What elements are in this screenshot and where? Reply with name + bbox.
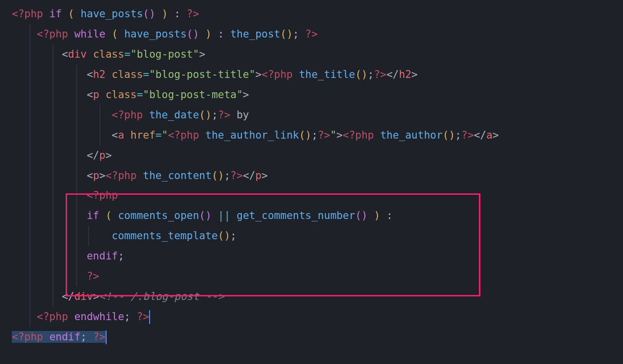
attr-class: class (106, 89, 137, 101)
php-close-tag: ?> (137, 311, 149, 323)
php-close-tag: ?> (231, 170, 243, 182)
code-line-15[interactable]: </div><!-- /.blog-post --> (12, 287, 623, 307)
attr-value: "blog-post-meta" (143, 89, 243, 101)
code-line-3[interactable]: <div class="blog-post"> (12, 44, 623, 65)
tag-p-close: p (99, 149, 106, 161)
php-close-tag: ?> (462, 129, 474, 141)
php-open-tag: <?php (112, 109, 143, 121)
code-line-5[interactable]: <p class="blog-post-meta"> (12, 85, 623, 105)
php-open-tag: <?php (12, 8, 43, 20)
fn-author-link: the_author_link (205, 129, 299, 141)
html-comment: <!-- /.blog-post --> (99, 291, 224, 302)
code-line-16[interactable]: <?php endwhile; ?> (12, 307, 623, 327)
fn-the-content: the_content (143, 170, 212, 182)
php-open-tag: <?php (343, 129, 374, 141)
fn-the-author: the_author (380, 129, 442, 141)
php-close-tag: ?> (318, 129, 330, 141)
fn-get-comments-number: get_comments_number (236, 210, 355, 221)
php-open-tag: <?php (168, 129, 199, 141)
code-line-1[interactable]: <?php if ( have_posts() ) : ?> (12, 4, 623, 24)
code-line-9[interactable]: <p><?php the_content();?></p> (12, 166, 623, 186)
attr-href: href (130, 129, 156, 141)
attr-value: "blog-post" (130, 48, 199, 60)
keyword-endwhile: endwhile (74, 311, 124, 323)
fn-have-posts: have_posts (124, 28, 187, 40)
fn-the-post: the_post (231, 28, 280, 40)
code-line-14[interactable]: ?> (12, 266, 623, 287)
operator-or: || (218, 210, 230, 221)
attr-value: "blog-post-title" (149, 69, 255, 80)
code-line-11[interactable]: if ( comments_open() || get_comments_num… (12, 206, 623, 226)
php-open-tag: <?php (37, 28, 68, 40)
selection: <?php endif; ?> (12, 331, 106, 343)
text-by: by (231, 109, 249, 121)
code-line-2[interactable]: <?php while ( have_posts() ) : the_post(… (12, 24, 623, 44)
tag-h2: h2 (93, 69, 105, 80)
code-line-13[interactable]: endif; (12, 246, 623, 266)
code-line-8[interactable]: </p> (12, 146, 623, 166)
tag-div-close: div (74, 291, 93, 302)
fn-the-date: the_date (149, 109, 199, 121)
php-close-tag: ?> (218, 109, 230, 121)
keyword-while: while (74, 28, 105, 40)
cursor (149, 310, 150, 324)
tag-div: div (68, 48, 87, 60)
code-line-17[interactable]: <?php endif; ?> (12, 327, 623, 347)
tag-a: a (118, 129, 124, 141)
tag-p: p (93, 89, 99, 101)
keyword-endif: endif (87, 250, 118, 262)
tag-p: p (93, 170, 99, 182)
php-open-tag: <?php (262, 69, 293, 80)
php-open-tag: <?php (12, 331, 43, 343)
php-open-tag: <?php (37, 311, 68, 323)
php-open-tag: <?php (106, 170, 137, 182)
fn-comments-template: comments_template (112, 230, 218, 242)
code-editor[interactable]: <?php if ( have_posts() ) : ?> <?php whi… (12, 4, 623, 347)
php-open-tag: <?php (87, 189, 118, 201)
php-close-tag: ?> (305, 28, 317, 40)
keyword-if: if (87, 210, 99, 221)
attr-class: class (93, 48, 124, 60)
code-line-12[interactable]: comments_template(); (12, 226, 623, 246)
keyword-endif: endif (49, 331, 80, 343)
code-line-7[interactable]: <a href="<?php the_author_link();?>"><?p… (12, 125, 623, 146)
php-close-tag: ?> (93, 331, 105, 343)
fn-have-posts: have_posts (80, 8, 143, 20)
attr-class: class (112, 69, 143, 80)
php-close-tag: ?> (374, 69, 386, 80)
fn-comments-open: comments_open (118, 210, 199, 221)
code-line-10[interactable]: <?php (12, 185, 623, 206)
code-line-6[interactable]: <?php the_date();?> by (12, 105, 623, 125)
cursor (106, 330, 107, 344)
php-close-tag: ?> (187, 8, 199, 20)
php-close-tag: ?> (87, 270, 99, 282)
keyword-if: if (49, 8, 62, 20)
fn-the-title: the_title (299, 69, 355, 80)
code-line-4[interactable]: <h2 class="blog-post-title"><?php the_ti… (12, 65, 623, 85)
